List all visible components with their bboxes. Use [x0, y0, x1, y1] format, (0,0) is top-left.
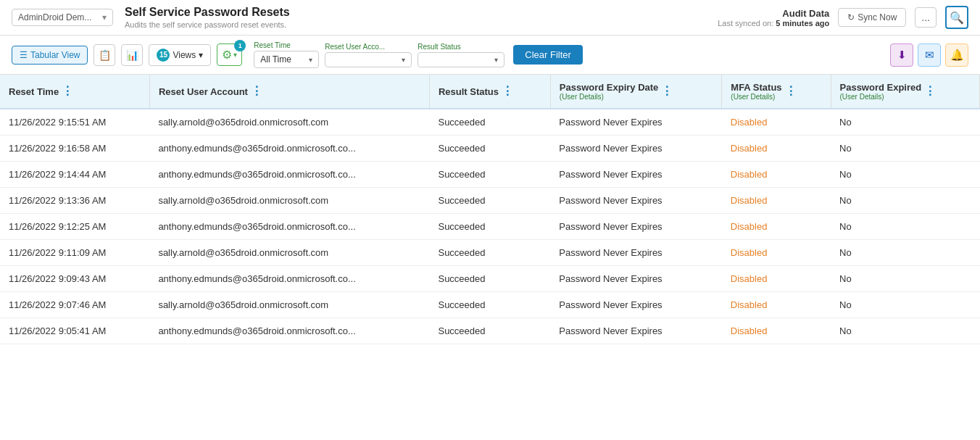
table-cell-reset-user-account: anthony.edmunds@o365droid.onmicrosoft.co… — [149, 266, 429, 292]
table-cell-password-expiry-date: Password Never Expires — [550, 266, 722, 292]
table-row: 11/26/2022 9:12:25 AManthony.edmunds@o36… — [0, 214, 980, 240]
table-cell-result-status: Succeeded — [429, 109, 550, 136]
tabular-view-icon: ☰ — [20, 50, 28, 60]
email-icon: ✉ — [925, 49, 934, 62]
table-cell-password-expiry-date: Password Never Expires — [550, 318, 722, 344]
audit-title: Audit Data — [718, 8, 829, 19]
table-cell-password-expired: No — [831, 136, 980, 162]
more-options-button[interactable]: ... — [915, 7, 937, 28]
table-cell-password-expiry-date: Password Never Expires — [550, 188, 722, 214]
table-row: 11/26/2022 9:07:46 AMsally.arnold@o365dr… — [0, 292, 980, 318]
table-cell-reset-time: 11/26/2022 9:12:25 AM — [0, 214, 149, 240]
col-password-expired-menu-icon[interactable]: ⋮ — [924, 86, 936, 97]
table-row: 11/26/2022 9:15:51 AMsally.arnold@o365dr… — [0, 109, 980, 136]
tenant-selector[interactable]: AdminDroid Dem... ▾ — [12, 9, 113, 26]
table-cell-password-expiry-date: Password Never Expires — [550, 136, 722, 162]
table-cell-reset-user-account: anthony.edmunds@o365droid.onmicrosoft.co… — [149, 162, 429, 188]
chart-icon: 📊 — [126, 49, 138, 61]
table-cell-reset-time: 11/26/2022 9:16:58 AM — [0, 136, 149, 162]
filter-icon: ⚙ — [222, 48, 232, 62]
table-cell-reset-user-account: anthony.edmunds@o365droid.onmicrosoft.co… — [149, 318, 429, 344]
page-title: Self Service Password Resets — [125, 6, 706, 19]
tabular-view-tab[interactable]: ☰ Tabular View — [12, 46, 88, 65]
table-cell-password-expired: No — [831, 318, 980, 344]
export-icon: 📋 — [99, 49, 111, 61]
filter-icon-button[interactable]: ⚙ ▾ 1 — [217, 43, 242, 66]
table-cell-password-expired: No — [831, 162, 980, 188]
table-row: 11/26/2022 9:14:44 AManthony.edmunds@o36… — [0, 162, 980, 188]
data-table: Reset Time ⋮ Reset User Account ⋮ Result… — [0, 75, 980, 344]
table-cell-reset-user-account: anthony.edmunds@o365droid.onmicrosoft.co… — [149, 214, 429, 240]
table-cell-result-status: Succeeded — [429, 214, 550, 240]
table-cell-password-expired: No — [831, 240, 980, 266]
audit-label: Audit Data Last synced on: 5 minutes ago — [718, 8, 829, 28]
col-password-expiry-date: Password Expiry Date(User Details) ⋮ — [550, 75, 722, 109]
col-reset-user-account-menu-icon[interactable]: ⋮ — [251, 86, 262, 97]
filter-reset-time-select[interactable]: All Time ▾ — [254, 51, 319, 68]
filter-user-account-select[interactable]: ▾ — [325, 52, 412, 67]
filter-user-account: Reset User Acco... ▾ — [325, 43, 412, 67]
table-cell-reset-time: 11/26/2022 9:14:44 AM — [0, 162, 149, 188]
data-table-container: Reset Time ⋮ Reset User Account ⋮ Result… — [0, 75, 980, 344]
table-row: 11/26/2022 9:13:36 AMsally.arnold@o365dr… — [0, 188, 980, 214]
table-cell-password-expiry-date: Password Never Expires — [550, 292, 722, 318]
alert-button[interactable]: 🔔 — [945, 43, 968, 67]
filter-reset-time-chevron-icon: ▾ — [309, 56, 312, 64]
table-cell-mfa-status: Disabled — [722, 109, 831, 136]
table-cell-mfa-status: Disabled — [722, 136, 831, 162]
clear-filter-button[interactable]: Clear Filter — [513, 45, 583, 65]
table-cell-password-expiry-date: Password Never Expires — [550, 109, 722, 136]
table-row: 11/26/2022 9:16:58 AManthony.edmunds@o36… — [0, 136, 980, 162]
table-cell-result-status: Succeeded — [429, 292, 550, 318]
table-cell-result-status: Succeeded — [429, 188, 550, 214]
table-cell-reset-time: 11/26/2022 9:13:36 AM — [0, 188, 149, 214]
export-icon-button[interactable]: 📋 — [94, 44, 115, 66]
search-button[interactable]: 🔍 — [945, 6, 968, 29]
table-cell-reset-user-account: anthony.edmunds@o365droid.onmicrosoft.co… — [149, 136, 429, 162]
table-cell-password-expired: No — [831, 109, 980, 136]
table-cell-reset-time: 11/26/2022 9:07:46 AM — [0, 292, 149, 318]
filter-down-icon: ▾ — [233, 51, 237, 59]
chart-view-button[interactable]: 📊 — [121, 44, 143, 66]
col-password-expiry-menu-icon[interactable]: ⋮ — [661, 86, 673, 97]
filter-result-status-select[interactable]: ▾ — [418, 52, 504, 67]
table-cell-mfa-status: Disabled — [722, 240, 831, 266]
col-result-status: Result Status ⋮ — [429, 75, 550, 109]
views-button[interactable]: 15 Views ▾ — [149, 44, 211, 66]
table-cell-reset-time: 11/26/2022 9:11:09 AM — [0, 240, 149, 266]
table-cell-password-expired: No — [831, 292, 980, 318]
sync-icon: ↻ — [847, 12, 855, 22]
table-cell-reset-time: 11/26/2022 9:05:41 AM — [0, 318, 149, 344]
tenant-name: AdminDroid Dem... — [18, 12, 91, 22]
table-cell-result-status: Succeeded — [429, 240, 550, 266]
col-reset-time-menu-icon[interactable]: ⋮ — [62, 86, 73, 97]
views-chevron-icon: ▾ — [199, 50, 203, 60]
filter-result-status: Result Status ▾ — [418, 43, 504, 67]
sync-now-button[interactable]: ↻ Sync Now — [838, 8, 906, 27]
col-mfa-status-menu-icon[interactable]: ⋮ — [785, 86, 797, 97]
table-cell-mfa-status: Disabled — [722, 318, 831, 344]
table-cell-reset-user-account: sally.arnold@o365droid.onmicrosoft.com — [149, 109, 429, 136]
col-result-status-menu-icon[interactable]: ⋮ — [502, 86, 513, 97]
table-cell-password-expiry-date: Password Never Expires — [550, 214, 722, 240]
table-cell-mfa-status: Disabled — [722, 162, 831, 188]
table-header: Reset Time ⋮ Reset User Account ⋮ Result… — [0, 75, 980, 109]
table-cell-reset-user-account: sally.arnold@o365droid.onmicrosoft.com — [149, 188, 429, 214]
page-title-section: Self Service Password Resets Audits the … — [125, 6, 706, 29]
toolbar: ☰ Tabular View 📋 📊 15 Views ▾ ⚙ ▾ 1 Rese… — [0, 36, 980, 75]
table-cell-reset-time: 11/26/2022 9:15:51 AM — [0, 109, 149, 136]
email-button[interactable]: ✉ — [918, 43, 941, 67]
download-icon: ⬇ — [897, 49, 907, 62]
table-cell-mfa-status: Disabled — [722, 292, 831, 318]
table-cell-password-expired: No — [831, 188, 980, 214]
table-cell-reset-user-account: sally.arnold@o365droid.onmicrosoft.com — [149, 240, 429, 266]
table-cell-result-status: Succeeded — [429, 162, 550, 188]
page-subtitle: Audits the self service password reset e… — [125, 20, 706, 29]
table-cell-result-status: Succeeded — [429, 318, 550, 344]
download-button[interactable]: ⬇ — [890, 43, 913, 67]
toolbar-right: ⬇ ✉ 🔔 — [890, 43, 968, 67]
table-row: 11/26/2022 9:09:43 AManthony.edmunds@o36… — [0, 266, 980, 292]
table-cell-mfa-status: Disabled — [722, 214, 831, 240]
table-cell-result-status: Succeeded — [429, 266, 550, 292]
alert-icon: 🔔 — [950, 49, 964, 62]
